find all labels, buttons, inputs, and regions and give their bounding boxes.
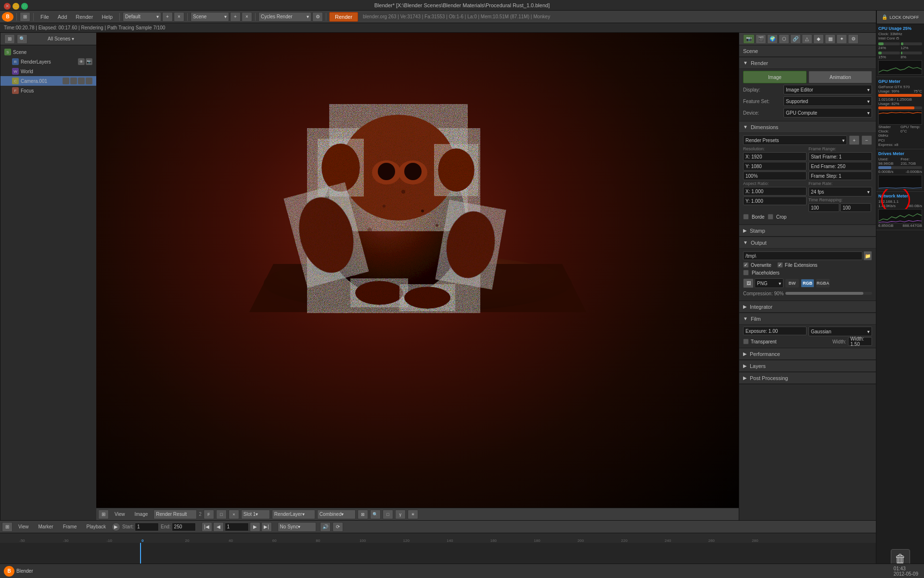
preset-add-btn[interactable]: + (849, 135, 860, 145)
compression-bar[interactable] (785, 292, 872, 295)
overwrite-checkbox[interactable] (743, 262, 749, 268)
outliner-scene[interactable]: S Scene (0, 47, 96, 57)
channel-dropdown[interactable]: Combined ▾ (317, 510, 356, 519)
lock-button[interactable]: 🔒 LOCK ON/OFF (876, 11, 924, 24)
slot-dropdown[interactable]: Slot 1 ▾ (241, 510, 270, 519)
taskbar-blender-item[interactable]: B Blender (0, 565, 37, 578)
format-dropdown[interactable]: PNG▾ (755, 278, 783, 288)
output-section-header[interactable]: ▼ Output (739, 237, 876, 249)
zoom-btn[interactable]: 🔍 (370, 510, 381, 519)
prop-tab-world[interactable]: 🌍 (767, 34, 778, 44)
audio-btn[interactable]: 🔊 (320, 522, 331, 532)
frame-step-field[interactable]: Frame Step: 1 (808, 171, 872, 180)
camera-link-btn[interactable] (63, 78, 69, 84)
timeline-play-btn[interactable]: ▶ (112, 523, 120, 531)
placeholders-checkbox[interactable] (743, 270, 749, 276)
camera-vis-btn[interactable] (78, 78, 85, 84)
display-btn[interactable]: □ (383, 510, 393, 519)
menu-render[interactable]: Render (72, 13, 97, 21)
prop-tab-constraints[interactable]: 🔗 (790, 34, 801, 44)
prop-tab-scene[interactable]: 🎬 (756, 34, 766, 44)
borde-checkbox[interactable] (743, 214, 749, 220)
format-icon-btn[interactable]: 🖼 (743, 278, 754, 288)
outliner-focus[interactable]: F Focus (0, 86, 96, 95)
preset-del-btn[interactable]: − (861, 135, 872, 145)
exposure-field[interactable]: Exposure: 1.00 (743, 327, 807, 335)
outliner-view-btn[interactable]: ⊞ (4, 34, 15, 44)
renderlayer-camera-btn[interactable]: 📷 (86, 58, 92, 65)
asp-x-field[interactable]: X: 1.000 (743, 187, 807, 196)
res-y-field[interactable]: Y: 1080 (743, 162, 807, 171)
render-section-header[interactable]: ▼ Render (739, 57, 876, 69)
scene-add-btn[interactable]: + (230, 12, 241, 22)
width-field[interactable]: Width: 1.50 (848, 337, 872, 346)
feature-set-dropdown[interactable]: Supported ▾ (783, 96, 872, 106)
res-pct-field[interactable]: 100% (743, 171, 807, 180)
layers-header[interactable]: ▶ Layers (739, 360, 876, 372)
menu-file[interactable]: File (37, 13, 53, 21)
timeline-type-btn[interactable]: ⊞ (2, 522, 13, 532)
current-frame-field[interactable]: 1 (225, 523, 249, 531)
prop-tab-material[interactable]: ◆ (813, 34, 824, 44)
start-frame-field[interactable]: Start Frame: 1 (808, 152, 872, 161)
viewport-type-btn[interactable]: ⊞ (98, 510, 109, 519)
end-frame-field[interactable]: End Frame: 250 (808, 162, 872, 171)
rgba-btn[interactable]: RGBA (816, 279, 830, 288)
timeline-frame-menu[interactable]: Frame (59, 523, 81, 530)
image-render-btn[interactable]: Image (743, 71, 807, 83)
render-layer-dropdown[interactable]: RenderLayer ▾ (272, 510, 315, 519)
blender-logo[interactable]: B (2, 12, 13, 22)
next-keyframe-btn[interactable]: ▶| (261, 522, 272, 532)
transparent-checkbox[interactable] (743, 339, 749, 344)
renderlayer-visibility-btn[interactable]: 👁 (78, 58, 85, 65)
display-dropdown[interactable]: Image Editor ▾ (783, 85, 872, 94)
view-all-btn[interactable]: ⊠ (358, 510, 368, 519)
device-dropdown[interactable]: GPU Compute ▾ (783, 108, 872, 118)
animation-render-btn[interactable]: Animation (808, 71, 872, 83)
camera-render-btn[interactable] (86, 78, 92, 84)
scene-dropdown[interactable]: Scene ▾ (191, 12, 229, 22)
renderer-dropdown[interactable]: Cycles Render ▾ (258, 12, 311, 22)
fps-dropdown[interactable]: 24 fps ▾ (808, 187, 872, 197)
prev-keyframe-btn[interactable]: |◀ (202, 522, 212, 532)
prop-tab-render[interactable]: 📷 (743, 34, 755, 44)
viewport-view-menu[interactable]: View (111, 511, 129, 518)
outliner-renderlayers[interactable]: R RenderLayers 👁 📷 (0, 57, 96, 66)
camera-constraint-btn[interactable] (70, 78, 77, 84)
next-frame-btn[interactable]: ▶ (250, 522, 260, 532)
timeline-start-field[interactable]: 1 (135, 523, 159, 531)
gamma-btn[interactable]: γ (395, 510, 406, 519)
file-ext-checkbox[interactable] (777, 262, 783, 268)
playback-sync-dropdown[interactable]: No Sync▾ (278, 522, 316, 532)
scene-header[interactable]: Scene (739, 45, 876, 57)
layout-add-btn[interactable]: + (162, 12, 173, 22)
scenes-dropdown[interactable]: All Scenes ▾ (29, 36, 92, 41)
prop-tab-object[interactable]: ⬡ (779, 34, 789, 44)
stamp-header[interactable]: ▶ Stamp (739, 225, 876, 236)
outliner-search-btn[interactable]: 🔍 (17, 34, 27, 44)
window-close-btn[interactable]: ✕ (4, 3, 11, 10)
timeline-view-menu[interactable]: View (14, 523, 33, 530)
window-maximize-btn[interactable]: □ (21, 3, 28, 10)
timeline-end-field[interactable]: 250 (172, 523, 196, 531)
prev-frame-btn[interactable]: ◀ (213, 522, 224, 532)
window-minimize-btn[interactable]: — (13, 3, 19, 10)
bw-btn[interactable]: BW (785, 279, 799, 288)
asp-y-field[interactable]: Y: 1.000 (743, 197, 807, 205)
viewport-image-menu[interactable]: Image (131, 511, 152, 518)
performance-header[interactable]: ▶ Performance (739, 348, 876, 360)
menu-help[interactable]: Help (98, 13, 116, 21)
post-processing-header[interactable]: ▶ Post Processing (739, 372, 876, 384)
layout-dropdown[interactable]: Default ▾ (123, 12, 161, 22)
viewport-canvas[interactable]: ⊞ View Image Render Result 2 F □ × Slot … (96, 33, 739, 520)
render-result-dropdown[interactable]: Render Result (154, 510, 197, 519)
outliner-camera[interactable]: C Camera.001 (0, 76, 96, 86)
res-x-field[interactable]: X: 1920 (743, 152, 807, 161)
render-cancel-btn[interactable]: × (229, 510, 239, 519)
dimensions-header[interactable]: ▼ Dimensions (739, 121, 876, 133)
render-presets-dropdown[interactable]: Render Presets ▾ (743, 135, 847, 145)
outliner-world[interactable]: W World (0, 66, 96, 76)
renderer-settings-btn[interactable]: ⚙ (312, 12, 323, 22)
rgb-btn[interactable]: RGB (801, 279, 814, 288)
channel-z-btn[interactable]: □ (216, 510, 227, 519)
